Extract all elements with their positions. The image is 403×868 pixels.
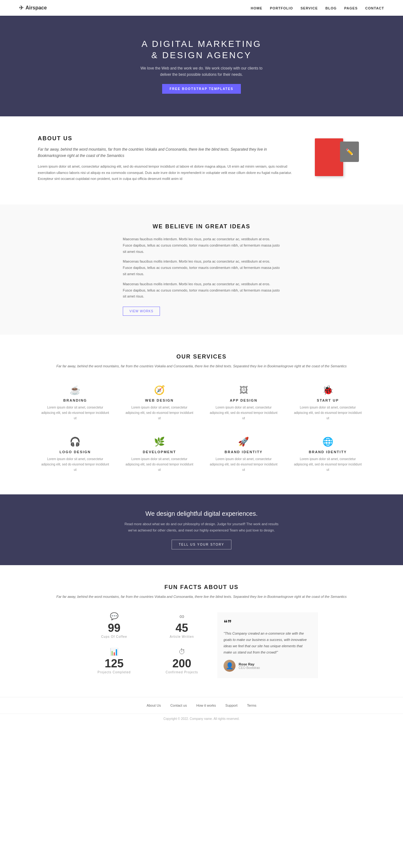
service-desc-0: Lorem ipsum dolor sit amet, consectetur … [41,405,110,421]
service-title-0: BRANDING [41,399,110,402]
service-icon-5: 🌿 [125,436,194,447]
cta-heading: We design delightful digital experiences… [38,510,365,517]
nav-item-pages[interactable]: PAGES [344,5,358,11]
service-title-7: BRAND IDENTITY [294,450,363,454]
ideas-content: Maecenas faucibus mollis interdum. Morbi… [123,236,280,316]
nav-item-contact[interactable]: CONTACT [365,5,384,11]
view-works-button[interactable]: View Works [123,307,160,316]
service-item-5: 🌿 DEVELOPMENT Lorem ipsum dolor sit amet… [122,433,197,475]
nav-item-service[interactable]: SERVICE [300,5,318,11]
nav-item-blog[interactable]: BLOG [325,5,337,11]
about-image: ✏️ [309,135,365,186]
footer-copyright: Copyright © 2022. Company name. All righ… [0,714,403,724]
service-icon-0: ☕ [41,385,110,395]
navbar: ✈ Airspace HOMEPORTFOLIOSERVICEBLOGPAGES… [0,0,403,16]
cta-button[interactable]: TELL US YOUR STORY [172,540,232,550]
counter-num-1: 45 [153,622,211,634]
counter-icon-3: ⏱ [153,648,211,656]
facts-testimonial: ❝❞ "This Company created an e-commerce s… [217,612,318,678]
service-title-2: APP DESIGN [209,399,278,402]
author-info: Rose Ray CEO Bootstrao [239,662,260,670]
service-desc-6: Lorem ipsum dolor sit amet, consectetur … [209,456,278,472]
hero-subtitle: We love the Web and the work we do. We w… [135,65,268,78]
quote-icon: ❝❞ [224,619,312,627]
service-title-3: START UP [294,399,363,402]
nav-item-home[interactable]: HOME [251,5,262,11]
service-desc-1: Lorem ipsum dolor sit amet, consectetur … [125,405,194,421]
service-title-4: LOGO DESIGN [41,450,110,454]
counter-num-0: 99 [85,622,143,634]
footer-link[interactable]: How it works [197,704,216,707]
hero-content: A DIGITAL MARKETING & DESIGN AGENCY We l… [129,32,274,100]
service-item-7: 🌐 BRAND IDENTITY Lorem ipsum dolor sit a… [291,433,366,475]
service-title-1: WEB DESIGN [125,399,194,402]
service-desc-2: Lorem ipsum dolor sit amet, consectetur … [209,405,278,421]
footer-link[interactable]: Terms [247,704,256,707]
plane-icon: ✈ [19,4,24,11]
facts-row: 💬 99 Cups Of Coffee ∞ 45 Article Written… [38,612,365,678]
cta-body: Read more about what we do and our philo… [123,521,280,534]
author-name: Rose Ray [239,662,260,666]
service-icon-4: 🎧 [41,436,110,447]
nav-links: HOMEPORTFOLIOSERVICEBLOGPAGESCONTACT [251,5,384,11]
counter-label-3: Confirmed Projects [153,671,211,674]
about-body: Lorem ipsum dolor sit amet, consectetur … [38,163,296,182]
testimonial-quote: "This Company created an e-commerce site… [224,630,312,655]
author-avatar: 👤 [224,660,235,672]
counter-item-0: 💬 99 Cups Of Coffee [85,612,143,639]
footer-link[interactable]: About Us [147,704,161,707]
author-title: CEO Bootstrao [239,666,260,670]
service-icon-7: 🌐 [294,436,363,447]
logo[interactable]: ✈ Airspace [19,4,47,11]
service-desc-4: Lorem ipsum dolor sit amet, consectetur … [41,456,110,472]
red-book-image [315,138,343,176]
footer-link[interactable]: Contact us [170,704,187,707]
services-subtitle: Far far away, behind the word mountains,… [38,363,365,369]
service-title-5: DEVELOPMENT [125,450,194,454]
cta-section: We design delightful digital experiences… [0,494,403,565]
nav-link[interactable]: PORTFOLIO [270,6,293,10]
service-icon-2: 🖼 [209,385,278,395]
service-item-4: 🎧 LOGO DESIGN Lorem ipsum dolor sit amet… [38,433,113,475]
pen-cup-image: ✏️ [340,142,359,162]
logo-text: Airspace [26,5,47,11]
ideas-para-3: Maecenas faucibus mollis interdum. Morbi… [123,281,280,300]
service-icon-1: 🧭 [125,385,194,395]
ideas-para-2: Maecenas faucibus mollis interdum. Morbi… [123,258,280,277]
counter-label-2: Projects Completed [85,671,143,674]
service-item-3: 🐞 START UP Lorem ipsum dolor sit amet, c… [291,382,366,424]
facts-subtitle: Far far away, behind the word mountains,… [38,594,365,600]
service-desc-5: Lorem ipsum dolor sit amet, consectetur … [125,456,194,472]
counter-num-3: 200 [153,658,211,669]
counter-icon-1: ∞ [153,612,211,620]
nav-link[interactable]: PAGES [344,6,358,10]
counter-item-2: 📊 125 Projects Completed [85,648,143,674]
nav-link[interactable]: HOME [251,6,262,10]
nav-link[interactable]: SERVICE [300,6,318,10]
ideas-para-1: Maecenas faucibus mollis interdum. Morbi… [123,236,280,255]
facts-counters: 💬 99 Cups Of Coffee ∞ 45 Article Written… [85,612,211,674]
service-item-1: 🧭 WEB DESIGN Lorem ipsum dolor sit amet,… [122,382,197,424]
nav-link[interactable]: BLOG [325,6,337,10]
about-text: ABOUT US Far far away, behind the word m… [38,135,296,182]
service-item-0: ☕ BRANDING Lorem ipsum dolor sit amet, c… [38,382,113,424]
services-heading: OUR SERVICES [38,353,365,360]
counter-num-2: 125 [85,658,143,669]
hero-heading: A DIGITAL MARKETING & DESIGN AGENCY [135,38,268,61]
services-grid: ☕ BRANDING Lorem ipsum dolor sit amet, c… [38,382,365,475]
footer-link[interactable]: Support [225,704,238,707]
counter-label-0: Cups Of Coffee [85,635,143,639]
footer-links: About UsContact usHow it worksSupportTer… [0,697,403,714]
counter-icon-0: 💬 [85,612,143,620]
nav-link[interactable]: CONTACT [365,6,384,10]
counter-label-1: Article Written [153,635,211,639]
about-section: ABOUT US Far far away, behind the word m… [0,116,403,205]
about-italic: Far far away, behind the word mountains,… [38,146,296,159]
counter-icon-2: 📊 [85,648,143,656]
service-item-6: 🚀 BRAND IDENTITY Lorem ipsum dolor sit a… [206,433,281,475]
service-title-6: BRAND IDENTITY [209,450,278,454]
hero-cta-button[interactable]: FREE BOOTSTRAP TEMPLATES [162,84,241,94]
nav-item-portfolio[interactable]: PORTFOLIO [270,5,293,11]
counter-item-1: ∞ 45 Article Written [153,612,211,639]
service-desc-3: Lorem ipsum dolor sit amet, consectetur … [294,405,363,421]
